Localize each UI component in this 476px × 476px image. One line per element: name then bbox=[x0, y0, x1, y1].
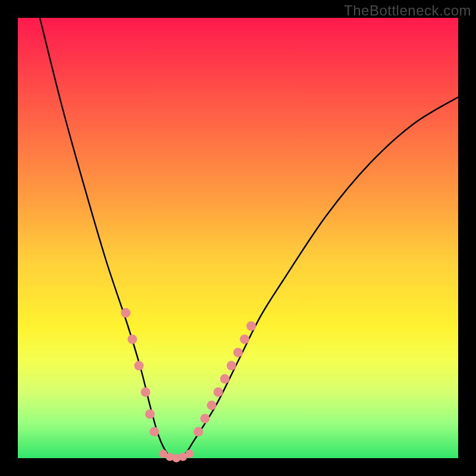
marker-dot bbox=[207, 400, 217, 410]
bottleneck-curve bbox=[40, 18, 458, 458]
marker-dot bbox=[127, 334, 137, 344]
marker-cluster-floor bbox=[159, 450, 193, 462]
watermark-text: TheBottleneck.com bbox=[344, 2, 471, 19]
marker-dot bbox=[201, 414, 210, 423]
marker-dot bbox=[134, 361, 144, 371]
marker-dot bbox=[145, 409, 155, 419]
marker-dot bbox=[141, 387, 151, 397]
marker-dot bbox=[220, 374, 230, 384]
marker-dot bbox=[240, 334, 249, 344]
marker-dot bbox=[149, 427, 159, 437]
marker-cluster-left bbox=[121, 308, 159, 437]
marker-dot bbox=[214, 387, 223, 397]
marker-dot bbox=[246, 321, 256, 331]
marker-dot bbox=[186, 450, 194, 458]
marker-dot bbox=[193, 427, 203, 437]
marker-cluster-right bbox=[193, 321, 256, 437]
marker-dot bbox=[121, 308, 130, 318]
chart-svg bbox=[18, 18, 458, 458]
marker-dot bbox=[233, 347, 243, 357]
marker-dot bbox=[227, 361, 236, 371]
chart-frame: TheBottleneck.com bbox=[0, 0, 476, 476]
